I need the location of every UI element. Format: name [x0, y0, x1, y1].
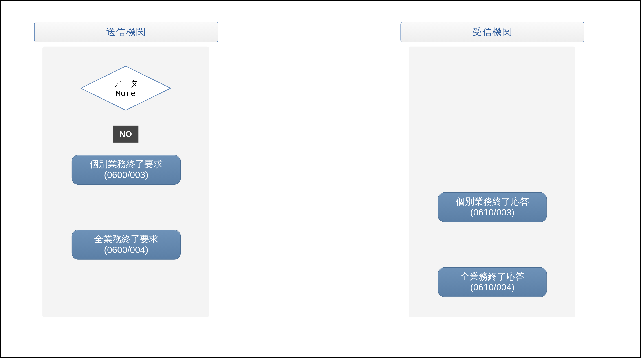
- decision-data-more: データ More: [80, 65, 172, 111]
- msg-title: 全業務終了応答: [460, 271, 524, 282]
- msg-code: (0610/004): [470, 282, 514, 293]
- msg-title: 個別業務終了要求: [90, 159, 163, 170]
- msg-code: (0610/003): [470, 207, 514, 218]
- msg-title: 個別業務終了応答: [456, 196, 529, 207]
- msg-all-end-request: 全業務終了要求 (0600/004): [72, 230, 181, 260]
- decision-line1: データ: [113, 78, 138, 89]
- diagram-canvas: 送信機関 受信機関 データ More NO 個別業務終了要求 (0600/003…: [0, 0, 641, 358]
- lane-header-sender: 送信機関: [34, 22, 218, 42]
- msg-individual-end-request: 個別業務終了要求 (0600/003): [72, 155, 181, 185]
- msg-all-end-response: 全業務終了応答 (0610/004): [438, 267, 547, 297]
- lane-header-receiver: 受信機関: [400, 22, 584, 42]
- msg-code: (0600/003): [104, 170, 148, 181]
- msg-code: (0600/004): [104, 244, 148, 256]
- msg-title: 全業務終了要求: [94, 234, 158, 244]
- msg-individual-end-response: 個別業務終了応答 (0610/003): [438, 192, 547, 222]
- decision-no-label: NO: [113, 126, 138, 142]
- decision-line2: More: [116, 89, 136, 99]
